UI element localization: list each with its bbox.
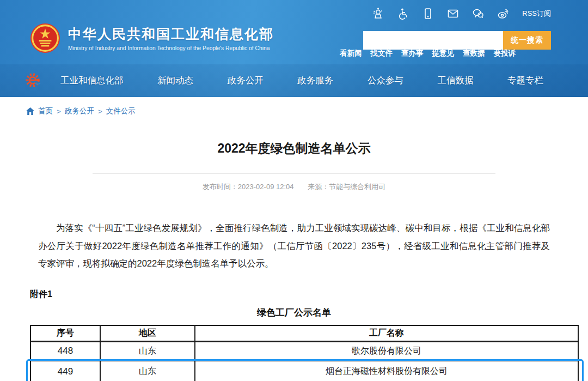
breadcrumb-separator: > bbox=[57, 107, 61, 116]
nav-items: 工业和信息化部 新闻动态 政务公开 政务服务 公众参与 工信数据 专题专栏 bbox=[60, 75, 543, 87]
rss-subscribe-link[interactable]: RSS订阅 bbox=[522, 9, 551, 19]
nav-item-special-topics[interactable]: 专题专栏 bbox=[507, 75, 543, 87]
attachment-label: 附件1 bbox=[30, 289, 588, 300]
cell-region: 山东 bbox=[100, 342, 195, 361]
site-header: 中华人民共和国工业和信息化部 Ministry of Industry and … bbox=[0, 0, 588, 97]
article-source: 来源：节能与综合利用司 bbox=[308, 183, 385, 191]
green-factory-table-wrap: 序号 地区 工厂名称 448 山东 歌尔股份有限公司 449 山东 烟台正海磁性… bbox=[30, 325, 579, 381]
quick-link-files[interactable]: 找文件 bbox=[371, 49, 393, 58]
title-divider bbox=[93, 173, 495, 174]
site-title-en: Ministry of Industry and Information Tec… bbox=[68, 45, 274, 51]
nav-item-miit[interactable]: 工业和信息化部 bbox=[60, 75, 124, 87]
breadcrumb-separator: > bbox=[98, 107, 102, 116]
green-factory-table: 序号 地区 工厂名称 448 山东 歌尔股份有限公司 449 山东 烟台正海磁性… bbox=[30, 325, 579, 381]
site-title-cn: 中华人民共和国工业和信息化部 bbox=[68, 25, 274, 43]
site-logo-link[interactable]: 中华人民共和国工业和信息化部 Ministry of Industry and … bbox=[30, 23, 274, 53]
weibo-icon[interactable] bbox=[497, 8, 509, 20]
breadcrumb: 首页 > 政务公开 > 文件公示 bbox=[0, 97, 588, 119]
robot-assistant-icon[interactable] bbox=[372, 8, 384, 20]
nav-item-miit-data[interactable]: 工信数据 bbox=[437, 75, 473, 87]
quick-link-news[interactable]: 看新闻 bbox=[340, 49, 362, 58]
nav-item-public-participation[interactable]: 公众参与 bbox=[367, 75, 403, 87]
nav-item-news[interactable]: 新闻动态 bbox=[157, 75, 193, 87]
cell-factory-name: 烟台正海磁性材料股份有限公司 bbox=[195, 361, 578, 381]
mobile-icon[interactable] bbox=[422, 8, 434, 20]
col-header-factory-name: 工厂名称 bbox=[195, 325, 578, 342]
quick-link-services[interactable]: 查办事 bbox=[401, 49, 424, 58]
search-button[interactable]: 统一搜索 bbox=[503, 31, 551, 50]
article-body: 为落实《“十四五”工业绿色发展规划》，全面推行绿色制造，助力工业领域实现碳达峰、… bbox=[38, 219, 550, 273]
cell-no: 448 bbox=[30, 342, 100, 361]
wechat-icon[interactable] bbox=[472, 8, 484, 20]
header-top: 中华人民共和国工业和信息化部 Ministry of Industry and … bbox=[0, 0, 588, 64]
breadcrumb-home[interactable]: 首页 bbox=[38, 106, 53, 116]
table-title: 绿色工厂公示名单 bbox=[0, 306, 588, 319]
national-emblem-icon bbox=[30, 23, 60, 53]
site-titles: 中华人民共和国工业和信息化部 Ministry of Industry and … bbox=[68, 25, 274, 51]
main-nav: 工业和信息化部 新闻动态 政务公开 政务服务 公众参与 工信数据 专题专栏 bbox=[0, 64, 588, 97]
cell-region: 山东 bbox=[100, 361, 195, 381]
quick-links-row: 看新闻 找文件 查办事 提意见 查数据 要投诉 bbox=[340, 49, 516, 58]
table-row: 448 山东 歌尔股份有限公司 bbox=[30, 342, 578, 361]
article-meta: 发布时间：2023-02-09 12:04 来源：节能与综合利用司 bbox=[0, 182, 588, 192]
breadcrumb-gov-disclosure[interactable]: 政务公开 bbox=[65, 106, 94, 116]
mail-icon[interactable] bbox=[447, 8, 459, 20]
home-icon[interactable] bbox=[26, 107, 34, 115]
quick-link-complaints[interactable]: 要投诉 bbox=[494, 49, 516, 58]
nav-item-gov-disclosure[interactable]: 政务公开 bbox=[228, 75, 264, 87]
miit-e-logo-icon bbox=[24, 72, 42, 89]
publish-time: 发布时间：2023-02-09 12:04 bbox=[203, 183, 294, 191]
col-header-no: 序号 bbox=[30, 325, 100, 342]
table-header-row: 序号 地区 工厂名称 bbox=[30, 325, 578, 342]
cell-factory-name: 歌尔股份有限公司 bbox=[195, 342, 578, 361]
search-bar: 统一搜索 bbox=[363, 31, 551, 50]
quick-link-suggestions[interactable]: 提意见 bbox=[432, 49, 455, 58]
accessibility-icon[interactable] bbox=[397, 8, 409, 20]
table-row-highlighted: 449 山东 烟台正海磁性材料股份有限公司 bbox=[30, 361, 578, 381]
article-title: 2022年度绿色制造名单公示 bbox=[0, 140, 588, 157]
cell-no: 449 bbox=[30, 361, 100, 381]
breadcrumb-file-announcements[interactable]: 文件公示 bbox=[106, 106, 136, 116]
col-header-region: 地区 bbox=[100, 325, 195, 342]
header-utility-icons: RSS订阅 bbox=[372, 8, 551, 20]
quick-link-data[interactable]: 查数据 bbox=[463, 49, 485, 58]
search-input[interactable] bbox=[363, 31, 503, 50]
nav-item-gov-services[interactable]: 政务服务 bbox=[297, 75, 333, 87]
